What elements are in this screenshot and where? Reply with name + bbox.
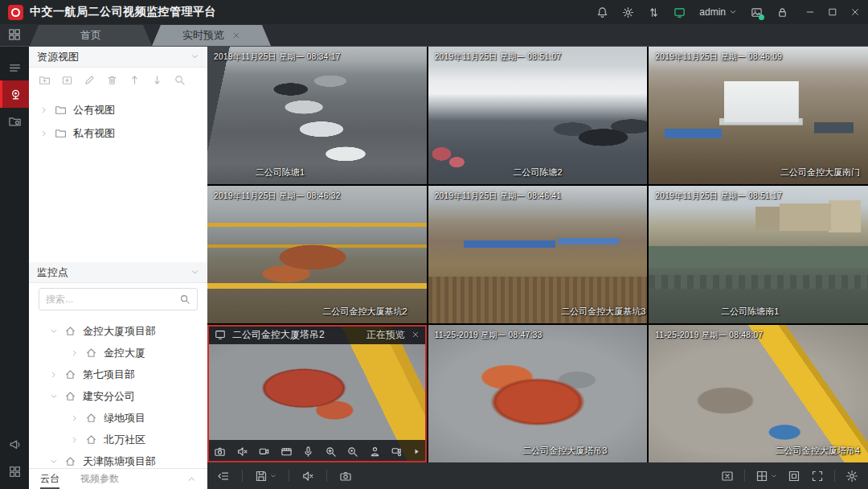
mute-all-icon[interactable]	[301, 470, 314, 483]
preview-camera-name: 二公司金控大厦塔吊2	[232, 328, 325, 342]
sidebar: 资源视图 公有视图 私有视图 监控点	[29, 47, 207, 489]
snapshot-all-icon[interactable]	[339, 470, 352, 483]
chevron-right-icon	[40, 106, 48, 114]
apps-grid-icon[interactable]	[7, 27, 22, 42]
close-all-icon[interactable]	[721, 470, 734, 483]
close-preview-icon[interactable]	[411, 331, 420, 339]
add-view-icon[interactable]	[61, 74, 73, 86]
monitor-status-icon[interactable]	[674, 6, 686, 18]
video-timestamp: 11-25-2019 星期一 08:48:07	[655, 330, 763, 341]
chevron-right-icon	[50, 371, 58, 379]
layout-grid-icon[interactable]	[755, 470, 777, 483]
broadcast-icon[interactable]	[0, 431, 29, 457]
video-cell-1[interactable]: 2019年11月25日 星期一 08:34:17 二公司陈塘1	[207, 47, 427, 184]
tab-close-icon[interactable]	[232, 31, 240, 39]
zoom-in-icon[interactable]	[325, 446, 337, 458]
tree-item-private-views[interactable]: 私有视图	[29, 121, 207, 145]
keyboard-icon[interactable]	[0, 458, 29, 484]
minimize-button[interactable]	[805, 7, 815, 17]
tab-video-params[interactable]: 视频参数	[80, 469, 119, 489]
video-cell-7-selected[interactable]: 二公司金控大厦塔吊2 正在预览	[207, 325, 427, 462]
menu-icon[interactable]	[0, 55, 29, 80]
settings-icon[interactable]	[622, 6, 634, 18]
collapse-panel-icon[interactable]	[217, 470, 230, 483]
chevron-down-icon	[190, 268, 199, 277]
move-down-icon[interactable]	[151, 74, 163, 86]
tree-item-seventh-project[interactable]: 第七项目部	[29, 364, 207, 385]
home-icon	[64, 390, 76, 402]
video-timestamp: 2019年11月25日 星期一 08:51:17	[655, 191, 782, 202]
tree-item-public-views[interactable]: 公有视图	[29, 98, 207, 121]
video-timestamp: 11-25-2019 星期一 08:47:33	[435, 330, 542, 341]
monitor-points-title: 监控点	[37, 265, 68, 280]
video-timestamp: 2019年11月25日 星期一 08:46:09	[655, 51, 782, 63]
monitor-points-header[interactable]: 监控点	[29, 262, 207, 283]
ptz-preset-icon[interactable]	[391, 446, 403, 458]
tree-item-beiwan-community[interactable]: 北万社区	[29, 429, 207, 450]
tree-item-greenland-project[interactable]: 绿地项目	[29, 407, 207, 429]
chevron-up-icon[interactable]	[187, 475, 196, 483]
talk-icon[interactable]	[302, 446, 314, 458]
resource-config-icon[interactable]	[0, 108, 29, 134]
tab-live-preview[interactable]: 实时预览	[152, 25, 271, 46]
locate-icon[interactable]	[369, 446, 381, 458]
preview-cell-header: 二公司金控大厦塔吊2 正在预览	[207, 325, 427, 344]
resource-view-header[interactable]: 资源视图	[29, 47, 207, 68]
video-cell-2[interactable]: 2019年11月25日 星期一 08:51:07 二公司陈塘2	[428, 47, 648, 184]
bottom-toolbar	[207, 462, 868, 489]
edit-icon[interactable]	[84, 74, 96, 86]
tab-home[interactable]: 首页	[30, 25, 152, 46]
delete-icon[interactable]	[106, 74, 118, 86]
zoom-3d-icon[interactable]	[346, 446, 358, 458]
search-icon[interactable]	[179, 294, 190, 305]
tab-live-label: 实时预览	[182, 28, 224, 43]
tree-item-tianjin-chentang-project[interactable]: 天津陈塘项目部	[29, 450, 207, 468]
divider	[242, 470, 243, 482]
video-timestamp: 2019年11月25日 星期一 08:34:17	[214, 51, 341, 63]
divider	[744, 470, 745, 482]
single-screen-icon[interactable]	[788, 470, 800, 483]
tree-item-jinkong-project[interactable]: 金控大厦项目部	[29, 320, 207, 342]
more-tools-icon[interactable]	[413, 448, 420, 455]
tree-item-jianan-branch[interactable]: 建安分公司	[29, 385, 207, 407]
monitor-points-icon[interactable]	[0, 80, 29, 108]
search-input[interactable]	[46, 294, 179, 305]
tabbar: 首页 实时预览	[0, 24, 868, 47]
home-icon	[85, 347, 97, 359]
settings-icon[interactable]	[845, 470, 858, 483]
video-cell-3[interactable]: 2019年11月25日 星期一 08:46:09 二公司金控大厦南门	[649, 47, 868, 184]
home-icon	[85, 412, 97, 424]
snapshot-icon[interactable]	[214, 446, 226, 458]
resource-tree: 公有视图 私有视图	[29, 92, 207, 262]
save-view-icon[interactable]	[255, 470, 276, 483]
resource-view-title: 资源视图	[37, 50, 79, 64]
video-cell-9[interactable]: 11-25-2019 星期一 08:48:07 二公司金控大厦塔吊4	[649, 325, 868, 462]
close-button[interactable]	[850, 7, 860, 17]
add-folder-icon[interactable]	[39, 74, 51, 86]
bell-icon[interactable]	[596, 6, 608, 18]
search-icon[interactable]	[174, 74, 186, 86]
tab-ptz[interactable]: 云台	[40, 469, 59, 489]
fullscreen-icon[interactable]	[811, 470, 824, 483]
maximize-button[interactable]	[828, 7, 837, 17]
video-timestamp: 2019年11月25日 星期一 08:46:32	[214, 191, 341, 202]
record-icon[interactable]	[258, 446, 270, 458]
tree-item-jinkong-tower[interactable]: 金控大厦	[29, 342, 207, 364]
chevron-down-icon	[270, 473, 276, 479]
video-cell-4[interactable]: 2019年11月25日 星期一 08:46:32 二公司金控大厦基坑2	[207, 186, 427, 323]
camera-icon	[215, 329, 226, 340]
message-icon[interactable]	[751, 6, 763, 18]
move-up-icon[interactable]	[129, 74, 141, 86]
transfer-icon[interactable]	[648, 6, 660, 18]
video-cell-6[interactable]: 2019年11月25日 星期一 08:51:17 二公司陈塘南1	[649, 186, 868, 323]
video-timestamp: 2019年11月25日 星期一 08:46:41	[435, 191, 562, 202]
mute-icon[interactable]	[236, 446, 248, 458]
playback-icon[interactable]	[280, 446, 293, 458]
video-cell-5[interactable]: 2019年11月25日 星期一 08:46:41 二公司金控大厦基坑3	[428, 186, 648, 323]
lock-icon[interactable]	[776, 6, 788, 18]
home-icon	[64, 455, 76, 467]
tab-home-label: 首页	[80, 28, 101, 43]
video-cell-8[interactable]: 11-25-2019 星期一 08:47:33 二公司金控大厦塔吊3	[428, 325, 648, 462]
user-menu[interactable]: admin	[699, 6, 737, 18]
chevron-down-icon	[729, 8, 737, 16]
